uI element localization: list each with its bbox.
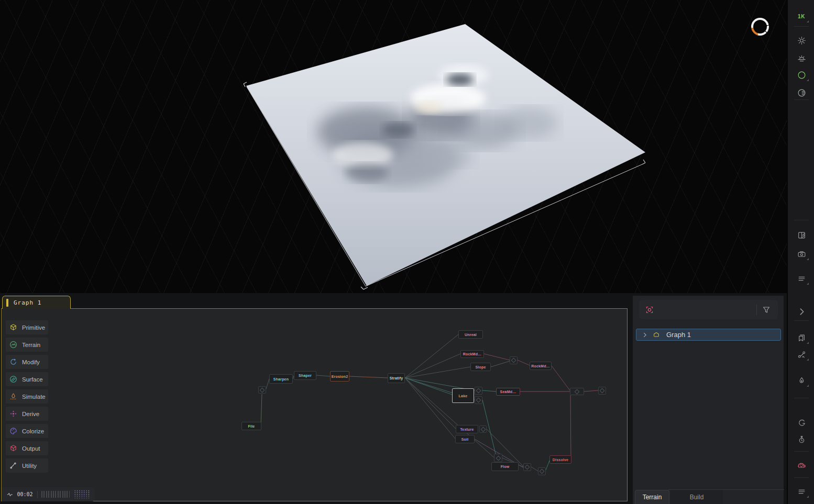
node-stratify[interactable]: Stratify: [388, 373, 405, 383]
category-output[interactable]: Output: [6, 441, 48, 455]
horizon-light-icon[interactable]: [793, 50, 810, 66]
search-box[interactable]: [639, 300, 778, 319]
category-label: Simulate: [22, 394, 46, 400]
node-graph-icon[interactable]: [793, 346, 810, 362]
node-seamd[interactable]: SeaMd…: [496, 388, 520, 396]
tab-graph-1[interactable]: Graph 1: [2, 296, 71, 309]
resource-dots[interactable]: [74, 490, 90, 499]
right-toolbar-rail: 1K: [787, 0, 814, 504]
category-utility[interactable]: Utility: [6, 458, 48, 473]
chevron-right-icon[interactable]: [641, 331, 648, 339]
node-erosion2[interactable]: Erosion2: [330, 371, 349, 382]
node-slope[interactable]: Slope: [470, 363, 491, 371]
category-modify[interactable]: Modify: [6, 355, 48, 369]
utility-icon: [9, 462, 17, 469]
node-portal-4[interactable]: [475, 396, 482, 404]
tab-terrain[interactable]: Terrain: [635, 490, 669, 504]
output-icon: [9, 444, 17, 452]
node-portal-2[interactable]: [510, 356, 518, 364]
build-flask-icon[interactable]: [793, 431, 810, 447]
category-colorize[interactable]: Colorize: [6, 424, 48, 438]
node-texture[interactable]: Texture: [456, 425, 478, 433]
viewport-menu-icon[interactable]: [793, 271, 810, 286]
node-lake[interactable]: Lake: [452, 388, 474, 403]
graph-editor-panel[interactable]: FileSharpenShaperErosion2StratifyUnrealR…: [1, 308, 628, 501]
divider: [756, 305, 757, 315]
contrast-preview-icon[interactable]: [793, 85, 810, 100]
tab-build[interactable]: Build: [670, 490, 723, 504]
cook-meter: [41, 491, 70, 498]
category-label: Derive: [22, 411, 39, 417]
cook-status-bar: 00:02: [2, 487, 95, 501]
category-terrain[interactable]: Terrain: [6, 338, 48, 352]
pulse-icon: [7, 491, 13, 498]
history-icon[interactable]: [793, 415, 810, 430]
tree-item-graph-1[interactable]: Graph 1: [636, 329, 781, 341]
explorer-tabstrip: Terrain Build: [633, 489, 784, 504]
node-portal-9[interactable]: [598, 387, 606, 395]
viewport-3d[interactable]: [0, 0, 787, 293]
node-portal-3[interactable]: [475, 387, 482, 395]
expand-chevron-icon[interactable]: [793, 304, 810, 319]
cook-time: 00:02: [17, 491, 32, 497]
progress-ring: [751, 18, 769, 36]
node-portal-7[interactable]: [523, 463, 531, 471]
divider: [37, 491, 38, 498]
application-window: 1K Graph 1 FileSharpenShaperErosion2Stra…: [0, 0, 814, 504]
node-portal-8[interactable]: [538, 467, 546, 475]
node-shaper[interactable]: Shaper: [294, 371, 316, 380]
resolution-badge[interactable]: 1K: [793, 8, 810, 24]
node-rockmd-2[interactable]: RockMd…: [530, 362, 552, 370]
explorer-panel: Graph 1 Terrain Build: [633, 296, 784, 504]
snapshot-icon[interactable]: [793, 246, 810, 262]
category-label: Terrain: [22, 342, 40, 348]
graph-hexagon-icon: [653, 331, 660, 339]
panel-menu-icon[interactable]: [793, 484, 810, 499]
node-sharpen[interactable]: Sharpen: [269, 374, 293, 384]
graph-edges: [2, 309, 627, 501]
node-file[interactable]: File: [241, 422, 261, 430]
node-relay[interactable]: [570, 388, 584, 395]
surface-icon: [9, 375, 17, 383]
bookmarks-icon[interactable]: [793, 330, 810, 345]
cube-icon: [9, 323, 17, 331]
category-label: Modify: [22, 359, 40, 365]
category-simulate[interactable]: Simulate: [6, 389, 48, 404]
category-label: Output: [22, 445, 40, 452]
sphere-preview-icon[interactable]: [793, 67, 810, 83]
tab-label: Graph 1: [14, 299, 41, 306]
category-label: Surface: [22, 376, 43, 383]
category-label: Utility: [22, 463, 37, 469]
scope-search-icon: [645, 306, 654, 314]
filter-funnel-icon[interactable]: [762, 306, 771, 314]
engine-icon[interactable]: [793, 457, 810, 473]
node-dissolve[interactable]: Dissolve: [549, 455, 571, 464]
category-label: Primitive: [22, 324, 45, 331]
node-portal-1[interactable]: [258, 386, 266, 394]
tree-item-label: Graph 1: [666, 331, 691, 339]
category-derive[interactable]: Derive: [6, 407, 48, 421]
derive-icon: [9, 410, 17, 418]
node-flow[interactable]: Flow: [491, 462, 519, 471]
search-input[interactable]: [654, 300, 756, 319]
sun-light-icon[interactable]: [793, 32, 810, 48]
node-unreal[interactable]: Unreal: [458, 330, 483, 339]
modify-icon: [9, 358, 17, 366]
mountain-icon: [9, 341, 17, 349]
tab-accent-bar: [6, 299, 8, 307]
node-portal-5[interactable]: [479, 425, 487, 433]
category-primitive[interactable]: Primitive: [6, 320, 48, 334]
category-label: Colorize: [22, 428, 44, 434]
erosion-tools-icon[interactable]: [793, 373, 810, 388]
node-rockmd-1[interactable]: RockMd…: [460, 350, 484, 358]
split-view-icon[interactable]: [793, 227, 810, 243]
node-portal-6[interactable]: [494, 454, 502, 462]
category-surface[interactable]: Surface: [6, 372, 48, 386]
simulate-icon: [9, 393, 17, 400]
colorize-icon: [9, 427, 17, 435]
node-soil[interactable]: Soil: [455, 435, 475, 443]
terrain-preview: [0, 0, 787, 293]
